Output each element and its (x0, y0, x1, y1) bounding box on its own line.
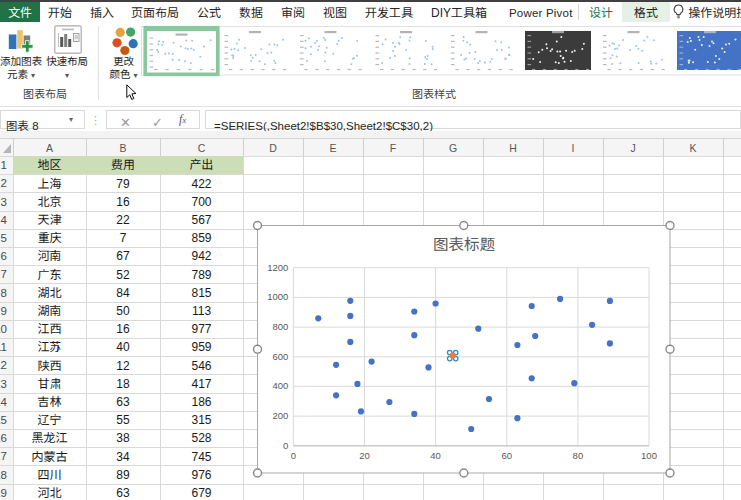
svg-text:3: 3 (1, 193, 7, 209)
svg-text:内蒙古: 内蒙古 (31, 447, 67, 464)
svg-text:上海: 上海 (37, 174, 61, 191)
svg-text:15: 15 (0, 411, 7, 427)
svg-text:679: 679 (191, 483, 211, 500)
svg-text:D: D (269, 140, 277, 155)
svg-text:528: 528 (191, 428, 211, 445)
svg-text:977: 977 (191, 319, 211, 336)
svg-text:14: 14 (0, 393, 8, 409)
svg-text:河南: 河南 (37, 246, 61, 263)
svg-text:34: 34 (116, 447, 130, 464)
svg-text:959: 959 (191, 337, 211, 354)
svg-text:E: E (329, 140, 336, 155)
svg-text:100: 100 (641, 448, 657, 462)
svg-text:546: 546 (191, 356, 211, 373)
svg-text:K: K (689, 140, 696, 155)
svg-text:地区: 地区 (37, 155, 61, 172)
svg-text:84: 84 (116, 283, 130, 300)
svg-text:四川: 四川 (37, 465, 61, 482)
svg-text:C: C (198, 140, 206, 155)
svg-text:38: 38 (116, 428, 130, 445)
svg-text:12: 12 (116, 356, 130, 373)
svg-text:17: 17 (0, 447, 7, 463)
svg-text:52: 52 (116, 265, 130, 282)
svg-text:重庆: 重庆 (37, 228, 61, 245)
svg-text:800: 800 (273, 319, 289, 333)
svg-text:5: 5 (1, 229, 7, 245)
svg-text:567: 567 (191, 210, 211, 227)
svg-text:江苏: 江苏 (37, 337, 61, 354)
svg-text:G: G (449, 140, 457, 155)
svg-text:10: 10 (0, 320, 7, 336)
svg-text:60: 60 (502, 448, 513, 462)
svg-text:11: 11 (0, 338, 7, 354)
svg-text:F: F (390, 140, 396, 155)
svg-text:湖南: 湖南 (37, 301, 61, 318)
svg-text:745: 745 (191, 447, 211, 464)
svg-text:89: 89 (116, 465, 130, 482)
svg-text:产出: 产出 (189, 155, 213, 172)
svg-text:13: 13 (0, 375, 7, 391)
svg-text:400: 400 (273, 378, 289, 392)
svg-text:费用: 费用 (111, 155, 135, 172)
svg-text:600: 600 (273, 349, 289, 363)
svg-text:113: 113 (192, 301, 211, 318)
svg-text:12: 12 (0, 356, 7, 372)
svg-text:A: A (46, 140, 53, 155)
svg-text:859: 859 (191, 228, 211, 245)
svg-text:7: 7 (120, 228, 127, 245)
svg-text:16: 16 (116, 319, 130, 336)
svg-text:H: H (509, 140, 517, 155)
svg-text:0: 0 (291, 448, 296, 462)
svg-text:50: 50 (116, 301, 130, 318)
svg-text:江西: 江西 (37, 319, 61, 336)
svg-text:700: 700 (191, 192, 211, 209)
svg-text:1000: 1000 (267, 289, 288, 303)
svg-text:63: 63 (116, 483, 130, 500)
svg-text:0: 0 (283, 438, 288, 452)
svg-text:6: 6 (1, 247, 7, 263)
svg-text:422: 422 (191, 174, 211, 191)
svg-text:图表标题: 图表标题 (433, 232, 496, 254)
svg-text:4: 4 (1, 211, 8, 227)
svg-text:55: 55 (116, 410, 130, 427)
svg-text:315: 315 (191, 410, 211, 427)
svg-text:20: 20 (359, 448, 370, 462)
svg-text:甘肃: 甘肃 (37, 374, 61, 391)
svg-text:1200: 1200 (267, 260, 288, 274)
svg-text:815: 815 (191, 283, 211, 300)
svg-text:417: 417 (191, 374, 211, 391)
svg-text:7: 7 (1, 265, 7, 281)
svg-text:19: 19 (0, 484, 7, 500)
svg-text:40: 40 (430, 448, 441, 462)
svg-text:湖北: 湖北 (37, 283, 61, 300)
svg-text:18: 18 (116, 374, 130, 391)
svg-text:辽宁: 辽宁 (37, 410, 61, 427)
svg-text:9: 9 (1, 302, 7, 318)
svg-text:63: 63 (116, 392, 130, 409)
svg-text:天津: 天津 (37, 210, 61, 227)
svg-text:吉林: 吉林 (37, 392, 61, 409)
svg-text:40: 40 (116, 337, 130, 354)
svg-text:16: 16 (116, 192, 130, 209)
svg-text:I: I (572, 140, 575, 155)
svg-text:河北: 河北 (37, 483, 61, 500)
svg-text:广东: 广东 (37, 265, 61, 282)
svg-text:北京: 北京 (37, 192, 61, 209)
svg-text:79: 79 (116, 174, 130, 191)
svg-text:黑龙江: 黑龙江 (31, 428, 67, 445)
svg-text:22: 22 (116, 210, 130, 227)
svg-text:186: 186 (191, 392, 211, 409)
svg-text:1: 1 (1, 156, 7, 172)
svg-text:陕西: 陕西 (37, 356, 61, 373)
svg-text:8: 8 (1, 284, 7, 300)
svg-text:18: 18 (0, 466, 7, 482)
svg-text:2: 2 (1, 174, 7, 190)
svg-text:B: B (119, 140, 126, 155)
svg-text:789: 789 (191, 265, 211, 282)
svg-text:J: J (630, 140, 635, 155)
svg-text:976: 976 (191, 465, 211, 482)
svg-text:67: 67 (116, 246, 130, 263)
svg-text:200: 200 (273, 408, 289, 422)
svg-text:80: 80 (573, 448, 584, 462)
svg-text:16: 16 (0, 429, 7, 445)
